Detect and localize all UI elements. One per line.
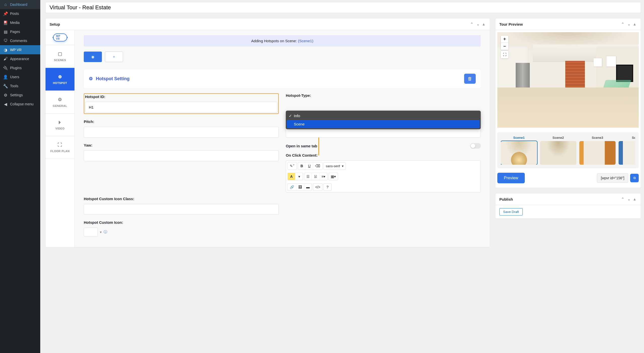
tour-preview-title: Tour Preview xyxy=(499,22,523,26)
info-icon[interactable]: ⓘ xyxy=(104,230,107,234)
hotspot-id-input[interactable] xyxy=(85,102,277,113)
preview-button[interactable]: Preview xyxy=(497,173,525,183)
magic-icon[interactable]: ✎˅ xyxy=(288,162,297,169)
dropdown-option-scene[interactable]: Scene xyxy=(287,120,480,128)
zoom-out-button[interactable]: − xyxy=(501,43,508,50)
tab-scenes[interactable]: ▢ SCENES xyxy=(46,45,74,68)
panel-down-icon[interactable]: ⌄ xyxy=(626,196,632,202)
align-button[interactable]: ≡▾ xyxy=(319,173,327,180)
add-hotspot-tab[interactable]: ＋ xyxy=(105,52,123,62)
scene-thumb-3[interactable]: Scene3 xyxy=(579,136,616,165)
hotspot-1-tab[interactable]: ◉ xyxy=(84,52,102,62)
panel-up-icon[interactable]: ⌃ xyxy=(620,21,625,27)
scene-banner: Adding Hotspots on Scene: (Scene1) xyxy=(84,35,481,47)
nav-label: Media xyxy=(10,21,20,25)
link-button[interactable]: 🔗 xyxy=(288,184,296,191)
nav-label: Plugins xyxy=(10,66,22,70)
pitch-label: Pitch: xyxy=(84,119,279,124)
tab-label: FLOOR PLAN xyxy=(50,150,70,153)
on-click-label: On Click Content: xyxy=(286,153,481,157)
copy-shortcode-button[interactable]: ⧉ xyxy=(630,174,639,182)
tab-hotspot[interactable]: ⊕ HOTSPOT xyxy=(46,68,74,91)
tab-general[interactable]: ⚙ GENERAL xyxy=(46,91,74,114)
gear-icon: ⚙ xyxy=(89,76,93,81)
scene-thumb-2[interactable]: Scene2 xyxy=(540,136,576,165)
bold-button[interactable]: B xyxy=(298,162,306,169)
gear-icon: ⚙ xyxy=(58,97,62,102)
wpvr-logo: WP VR xyxy=(46,30,74,45)
panorama-viewer[interactable]: + − ⛶ xyxy=(497,32,639,128)
tour-preview-panel: Tour Preview ⌃ ⌄ ▴ xyxy=(495,18,641,188)
tab-label: HOTSPOT xyxy=(53,81,67,84)
nav-collapse[interactable]: ◀Collapse menu xyxy=(0,100,40,109)
tour-title-input[interactable] xyxy=(45,2,641,13)
image-icon: ▢ xyxy=(58,51,62,57)
scene-label: Scene1 xyxy=(501,136,537,140)
tab-video[interactable]: ⏵ VIDEO xyxy=(46,114,74,136)
hotspot-id-label: Hotspot ID: xyxy=(85,95,277,99)
table-button[interactable]: ▦▾ xyxy=(329,173,338,180)
hotspot-tab-content: Adding Hotspots on Scene: (Scene1) ◉ ＋ ⚙… xyxy=(75,30,490,247)
open-same-tab-toggle[interactable] xyxy=(470,143,481,149)
setup-panel: Setup ⌃ ⌄ ▴ WP VR xyxy=(45,18,490,247)
underline-button[interactable]: U xyxy=(306,162,313,169)
pin-icon: 📌 xyxy=(3,11,8,16)
yaw-input[interactable] xyxy=(84,150,279,161)
custom-icon-label: Hotspot Custom Icon: xyxy=(84,220,279,225)
ul-button[interactable]: ☰ xyxy=(304,173,312,180)
text-color-more[interactable]: ▾ xyxy=(295,173,303,180)
banner-scene-link[interactable]: (Scene1) xyxy=(298,39,313,43)
panel-up-icon[interactable]: ⌃ xyxy=(620,196,625,202)
icon-class-input[interactable] xyxy=(84,204,279,215)
embed-button[interactable]: ▬ xyxy=(304,184,312,191)
plugin-icon: 🔌 xyxy=(3,65,8,70)
nav-label: Collapse menu xyxy=(10,102,33,106)
pitch-input[interactable] xyxy=(84,127,279,138)
scene-label: Scene xyxy=(619,136,635,140)
nav-posts[interactable]: 📌Posts xyxy=(0,9,40,18)
nav-plugins[interactable]: 🔌Plugins xyxy=(0,63,40,72)
nav-pages[interactable]: ▤Pages xyxy=(0,27,40,36)
panel-down-icon[interactable]: ⌄ xyxy=(475,21,481,27)
nav-label: Dashboard xyxy=(10,3,27,7)
tab-label: GENERAL xyxy=(53,104,67,107)
scene-thumb-4[interactable]: Scene xyxy=(619,136,635,165)
gear-icon: ⚙ xyxy=(3,93,8,98)
dropdown-option-info[interactable]: Info xyxy=(287,112,480,120)
font-family-select[interactable]: sans-serif ▾ xyxy=(324,163,346,169)
nav-wpvr[interactable]: ◑WP VR xyxy=(0,45,40,54)
zoom-in-button[interactable]: + xyxy=(501,36,508,43)
panel-toggle-icon[interactable]: ▴ xyxy=(633,196,637,202)
delete-hotspot-button[interactable]: 🗑 xyxy=(464,74,476,84)
nav-users[interactable]: 👤Users xyxy=(0,72,40,81)
panel-down-icon[interactable]: ⌄ xyxy=(626,21,632,27)
chevron-down-icon[interactable]: ▾ xyxy=(100,230,102,234)
text-color-button[interactable]: A xyxy=(288,173,295,180)
icon-class-label: Hotspot Custom Icon Class: xyxy=(84,197,279,201)
save-draft-button[interactable]: Save Draft xyxy=(499,208,523,215)
nav-tools[interactable]: 🔧Tools xyxy=(0,81,40,91)
yaw-label: Yaw: xyxy=(84,143,279,147)
code-button[interactable]: </> xyxy=(313,184,322,191)
logo-text: WP VR xyxy=(53,33,67,41)
publish-title: Publish xyxy=(499,197,513,201)
image-button[interactable]: 🖼 xyxy=(296,184,304,191)
fullscreen-button[interactable]: ⛶ xyxy=(501,51,508,58)
panel-toggle-icon[interactable]: ▴ xyxy=(482,21,486,27)
rich-text-editor: ✎˅ B U ⌫ sans-serif ▾ xyxy=(286,160,481,193)
tab-floorplan[interactable]: ⛶ FLOOR PLAN xyxy=(46,136,74,159)
collapse-icon: ◀ xyxy=(3,102,8,107)
help-button[interactable]: ? xyxy=(324,184,331,191)
panel-up-icon[interactable]: ⌃ xyxy=(469,21,474,27)
nav-settings[interactable]: ⚙Settings xyxy=(0,91,40,100)
pages-icon: ▤ xyxy=(3,29,8,34)
setup-tab-rail: WP VR ▢ SCENES ⊕ HOTSPOT ⚙ xyxy=(46,30,75,247)
nav-media[interactable]: 🎴Media xyxy=(0,18,40,27)
panel-toggle-icon[interactable]: ▴ xyxy=(633,21,637,27)
nav-comments[interactable]: 🗨Comments xyxy=(0,36,40,45)
nav-appearance[interactable]: 🖌Appearance xyxy=(0,54,40,63)
scene-thumb-1[interactable]: Scene1 xyxy=(501,136,537,165)
erase-button[interactable]: ⌫ xyxy=(313,162,322,169)
nav-dashboard[interactable]: ⌂Dashboard xyxy=(0,0,40,9)
ol-button[interactable]: ☱ xyxy=(312,173,319,180)
